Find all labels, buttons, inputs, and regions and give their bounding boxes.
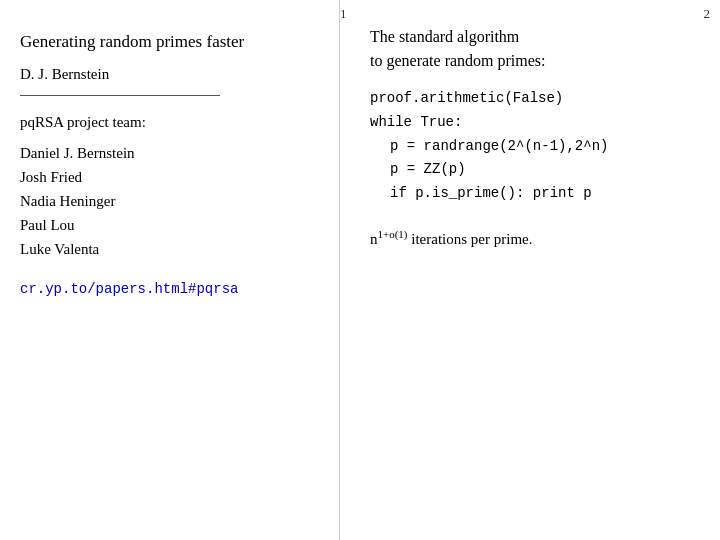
divider [20, 95, 220, 96]
code-line-2: while True: [370, 111, 700, 135]
team-member-2: Josh Fried [20, 165, 314, 189]
code-line-4: p = ZZ(p) [370, 158, 700, 182]
slide-container: 1 2 Generating random primes faster D. J… [0, 0, 720, 540]
slide-title: Generating random primes faster [20, 30, 314, 54]
left-panel: Generating random primes faster D. J. Be… [0, 0, 340, 540]
code-line-1: proof.arithmetic(False) [370, 87, 700, 111]
team-member-5: Luke Valenta [20, 237, 314, 261]
right-panel: The standard algorithm to generate rando… [340, 0, 720, 540]
page-number-right: 2 [704, 6, 711, 22]
code-block: proof.arithmetic(False) while True: p = … [370, 87, 700, 206]
paper-link[interactable]: cr.yp.to/papers.html#pqrsa [20, 281, 314, 297]
author-name: D. J. Bernstein [20, 66, 314, 83]
code-line-3: p = randrange(2^(n-1),2^n) [370, 135, 700, 159]
team-label: pqRSA project team: [20, 114, 314, 131]
page-number-left: 1 [340, 6, 347, 22]
team-member-4: Paul Lou [20, 213, 314, 237]
team-member-3: Nadia Heninger [20, 189, 314, 213]
code-line-5: if p.is_prime(): print p [370, 182, 700, 206]
right-heading: The standard algorithm to generate rando… [370, 25, 700, 73]
team-member-1: Daniel J. Bernstein [20, 141, 314, 165]
iterations-text: n1+o(1) iterations per prime. [370, 228, 700, 248]
